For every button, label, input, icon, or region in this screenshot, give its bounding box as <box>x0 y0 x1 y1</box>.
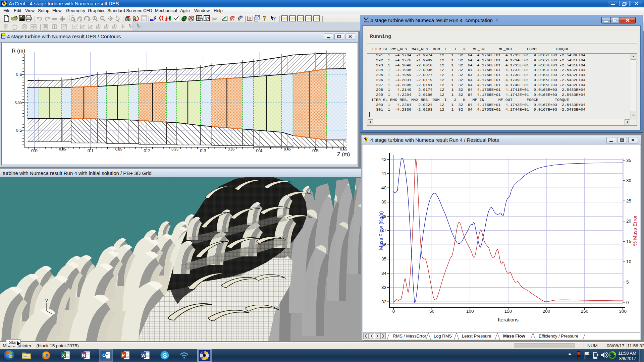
svg-text:100: 100 <box>466 309 474 314</box>
svg-text:42: 42 <box>381 157 386 162</box>
svg-text:0.5: 0.5 <box>312 148 319 153</box>
svg-text:35: 35 <box>626 158 631 163</box>
svg-text:Z (m): Z (m) <box>337 152 350 157</box>
svg-text:39: 39 <box>381 199 386 204</box>
svg-text:0.4: 0.4 <box>256 148 263 153</box>
svg-text:?: ? <box>263 15 266 22</box>
svg-text:32: 32 <box>381 299 386 304</box>
svg-text:35: 35 <box>381 256 386 261</box>
svg-text:11:58 AM: 11:58 AM <box>618 351 636 356</box>
svg-text:0.45: 0.45 <box>284 147 291 151</box>
svg-text:?: ? <box>273 15 276 22</box>
svg-text:25: 25 <box>626 198 631 203</box>
svg-text:0.55: 0.55 <box>340 147 347 151</box>
svg-text:30: 30 <box>626 178 631 183</box>
svg-text:0.3: 0.3 <box>200 148 206 153</box>
svg-text:300: 300 <box>619 309 627 314</box>
svg-text:0.05: 0.05 <box>59 147 66 151</box>
svg-text:0.5: 0.5 <box>16 128 22 133</box>
svg-text:0: 0 <box>392 309 395 314</box>
svg-text:250: 250 <box>581 309 589 314</box>
svg-text:40: 40 <box>381 185 386 190</box>
svg-text:X: X <box>62 353 65 358</box>
svg-text:8/8/2017: 8/8/2017 <box>619 356 636 361</box>
svg-text:15: 15 <box>626 239 631 244</box>
svg-text:V: V <box>45 298 48 303</box>
svg-text:0.0: 0.0 <box>31 148 38 153</box>
svg-text:Log RMS: Log RMS <box>434 334 452 339</box>
svg-text:Mass Flow (Kg/s): Mass Flow (Kg/s) <box>378 211 384 250</box>
svg-text:W: W <box>142 353 146 358</box>
svg-text:41: 41 <box>381 171 386 176</box>
svg-text:RMS / MassError: RMS / MassError <box>393 334 426 339</box>
svg-text:5: 5 <box>626 280 629 285</box>
svg-text:0: 0 <box>626 300 629 305</box>
svg-text:0.1: 0.1 <box>88 148 94 153</box>
svg-text:0.55: 0.55 <box>15 100 22 104</box>
svg-text:Mass Flow: Mass Flow <box>503 334 526 339</box>
svg-text:33: 33 <box>381 285 386 290</box>
svg-text:FINE: FINE <box>364 20 369 23</box>
svg-text:% Mass Error: % Mass Error <box>632 215 638 246</box>
svg-text:0.2: 0.2 <box>144 148 150 153</box>
svg-text:O: O <box>102 353 106 358</box>
svg-text:Efficiency / Pressure: Efficiency / Pressure <box>539 334 578 339</box>
svg-text:10: 10 <box>626 259 631 264</box>
svg-text:0.15: 0.15 <box>115 147 122 151</box>
svg-text:0.35: 0.35 <box>228 147 235 151</box>
svg-text:R (m): R (m) <box>12 48 25 54</box>
svg-text:Least Pressure: Least Pressure <box>462 334 491 339</box>
svg-text:200: 200 <box>543 309 550 314</box>
svg-text:Iterations: Iterations <box>498 317 519 322</box>
svg-text:150: 150 <box>504 309 512 314</box>
svg-text:0.25: 0.25 <box>171 147 178 151</box>
svg-text:S: S <box>163 352 167 359</box>
svg-text:20: 20 <box>626 219 631 224</box>
svg-text:P: P <box>122 353 125 358</box>
svg-text:34: 34 <box>381 271 387 276</box>
svg-text:N: N <box>82 353 85 358</box>
svg-text:0.6: 0.6 <box>16 72 22 77</box>
svg-text:50: 50 <box>429 309 434 314</box>
